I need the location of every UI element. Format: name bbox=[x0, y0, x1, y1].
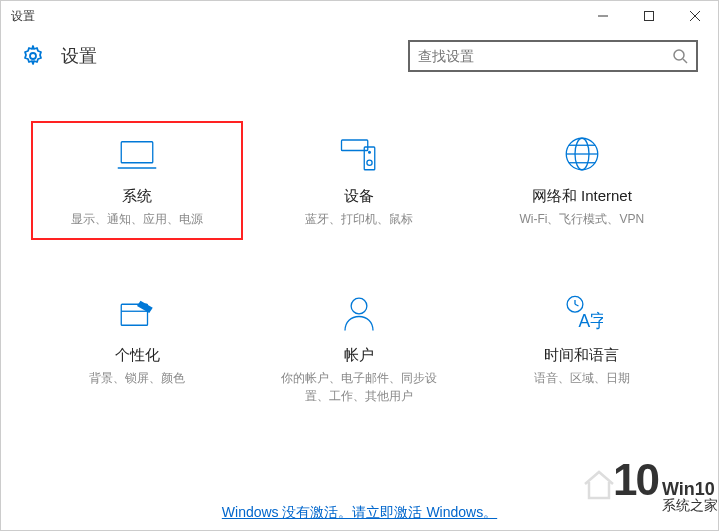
watermark-top: Win10 bbox=[662, 480, 718, 498]
svg-point-4 bbox=[30, 53, 36, 59]
category-title: 个性化 bbox=[115, 346, 160, 365]
page-title: 设置 bbox=[61, 44, 97, 68]
watermark: 10 Win10 系统之家 bbox=[561, 455, 718, 512]
category-system[interactable]: 系统 显示、通知、应用、电源 bbox=[31, 121, 243, 240]
watermark-big: 10 bbox=[613, 455, 658, 505]
category-title: 设备 bbox=[344, 187, 374, 206]
search-icon bbox=[672, 48, 688, 64]
minimize-button[interactable] bbox=[580, 1, 626, 31]
svg-rect-1 bbox=[645, 12, 654, 21]
category-devices[interactable]: 设备 蓝牙、打印机、鼠标 bbox=[253, 121, 465, 240]
house-icon bbox=[581, 466, 617, 502]
category-title: 时间和语言 bbox=[544, 346, 619, 365]
svg-text:A字: A字 bbox=[578, 311, 603, 331]
person-icon bbox=[338, 292, 380, 334]
globe-icon bbox=[561, 133, 603, 175]
category-desc: Wi-Fi、飞行模式、VPN bbox=[519, 210, 644, 228]
category-grid: 系统 显示、通知、应用、电源 设备 蓝牙、打印机、鼠标 网络和 Internet… bbox=[1, 81, 718, 427]
category-title: 帐户 bbox=[344, 346, 374, 365]
category-desc: 显示、通知、应用、电源 bbox=[71, 210, 203, 228]
display-icon bbox=[116, 133, 158, 175]
svg-line-23 bbox=[575, 304, 579, 306]
category-title: 网络和 Internet bbox=[532, 187, 632, 206]
category-desc: 背景、锁屏、颜色 bbox=[89, 369, 185, 387]
window-controls bbox=[580, 1, 718, 31]
svg-line-6 bbox=[683, 59, 687, 63]
svg-point-5 bbox=[674, 50, 684, 60]
gear-icon bbox=[21, 44, 45, 68]
category-desc: 语音、区域、日期 bbox=[534, 369, 630, 387]
svg-point-12 bbox=[369, 151, 371, 153]
svg-point-11 bbox=[367, 160, 372, 165]
svg-point-20 bbox=[352, 298, 368, 314]
maximize-button[interactable] bbox=[626, 1, 672, 31]
watermark-bottom: 系统之家 bbox=[662, 498, 718, 512]
time-language-icon: A字 bbox=[561, 292, 603, 334]
category-title: 系统 bbox=[122, 187, 152, 206]
close-button[interactable] bbox=[672, 1, 718, 31]
category-desc: 蓝牙、打印机、鼠标 bbox=[305, 210, 413, 228]
category-accounts[interactable]: 帐户 你的帐户、电子邮件、同步设置、工作、其他用户 bbox=[253, 280, 465, 417]
devices-icon bbox=[338, 133, 380, 175]
activate-windows-link[interactable]: Windows 没有激活。请立即激活 Windows。 bbox=[222, 504, 497, 522]
paint-icon bbox=[116, 292, 158, 334]
svg-rect-7 bbox=[121, 142, 153, 163]
category-desc: 你的帐户、电子邮件、同步设置、工作、其他用户 bbox=[279, 369, 439, 405]
header: 设置 bbox=[1, 31, 718, 81]
category-personalization[interactable]: 个性化 背景、锁屏、颜色 bbox=[31, 280, 243, 417]
watermark-logo: 10 Win10 系统之家 bbox=[613, 455, 718, 512]
search-box[interactable] bbox=[408, 40, 698, 72]
titlebar: 设置 bbox=[1, 1, 718, 31]
window-title: 设置 bbox=[11, 8, 35, 25]
category-network[interactable]: 网络和 Internet Wi-Fi、飞行模式、VPN bbox=[476, 121, 688, 240]
search-input[interactable] bbox=[418, 48, 672, 64]
category-time-language[interactable]: A字 时间和语言 语音、区域、日期 bbox=[476, 280, 688, 417]
